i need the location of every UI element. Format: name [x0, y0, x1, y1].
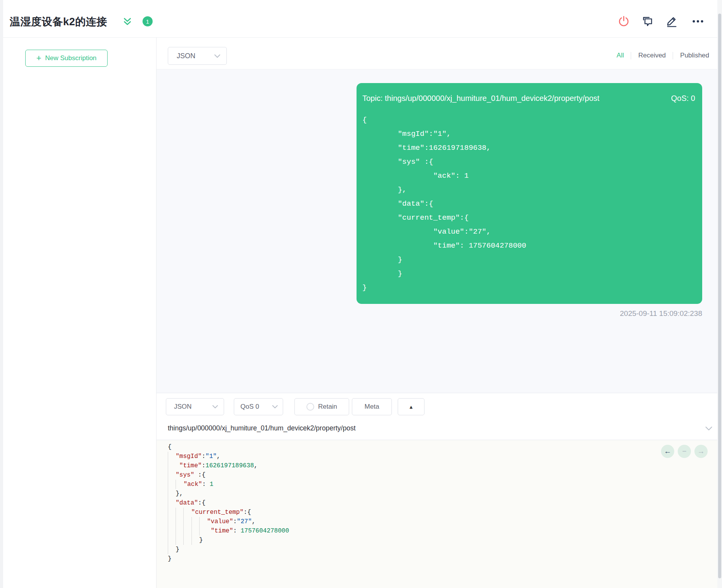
code-token: "msgId"	[176, 453, 202, 460]
indent-guide	[191, 536, 199, 545]
code-token: ,	[217, 453, 221, 460]
editor-line: "sys" :{	[168, 470, 289, 480]
indent-guide	[168, 508, 176, 517]
message-meta-row: Topic: things/up/000000/xj_humiture_01/h…	[362, 93, 695, 104]
indent-guide	[168, 526, 176, 536]
editor-line: }	[168, 554, 289, 564]
editor-code: { "msgId":"1", "time":1626197189638, "sy…	[168, 442, 289, 564]
indent-guide	[183, 536, 191, 545]
code-token: "data"	[176, 500, 198, 506]
code-token: :{	[198, 500, 205, 506]
indent-guide	[176, 517, 183, 526]
filter-tab-received[interactable]: Received	[638, 52, 666, 59]
scrollbar-thumb[interactable]	[718, 14, 721, 578]
main-panel: JSON AllReceivedPublished Topic: things/…	[157, 38, 722, 588]
indent-guide	[168, 498, 176, 508]
meta-label: Meta	[365, 403, 379, 411]
more-options-icon[interactable]	[691, 15, 705, 28]
new-subscription-button[interactable]: + New Subscription	[25, 50, 108, 67]
filter-tab-all[interactable]: All	[617, 52, 624, 59]
indent-guide	[168, 489, 176, 498]
chevron-down-icon	[212, 405, 218, 408]
connection-title: 温湿度设备k2的连接	[10, 15, 107, 29]
indent-guide	[176, 526, 183, 536]
chevron-down-icon	[214, 54, 220, 58]
publish-qos-select[interactable]: QoS 0	[234, 398, 283, 415]
code-token: 1	[210, 481, 214, 488]
message-list[interactable]: Topic: things/up/000000/xj_humiture_01/h…	[157, 69, 722, 393]
indent-guide	[176, 536, 183, 545]
retain-toggle[interactable]: Retain	[294, 398, 349, 415]
code-token: "time"	[211, 527, 233, 534]
indent-guide	[199, 517, 207, 526]
editor-line: "ack": 1	[168, 480, 289, 489]
code-token: "value"	[207, 518, 233, 525]
indent-guide	[183, 526, 191, 536]
code-token: ,	[254, 462, 258, 469]
code-token: }	[199, 537, 203, 544]
messages-icon[interactable]	[641, 15, 654, 28]
editor-line: },	[168, 489, 289, 498]
edit-pencil-icon[interactable]	[665, 15, 678, 28]
message-payload: { "msgId":"1", "time":1626197189638, "sy…	[362, 113, 695, 295]
code-token: :	[202, 462, 205, 469]
filter-divider	[631, 52, 631, 59]
editor-history-controls: ← − →	[661, 445, 708, 458]
publish-panel: JSON QoS 0 Retain Meta ▲ things/up/00000…	[157, 393, 722, 588]
indent-guide	[191, 526, 199, 536]
indent-guide	[168, 452, 176, 461]
indent-guide	[183, 517, 191, 526]
editor-line: "time": 1757604278000	[168, 526, 289, 536]
indent-guide	[168, 480, 176, 489]
code-token: :	[202, 481, 209, 488]
editor-line: {	[168, 442, 289, 452]
editor-line: "time":1626197189638,	[168, 461, 289, 470]
indent-guide	[183, 508, 191, 517]
retain-radio-icon	[306, 403, 314, 411]
triangle-up-icon: ▲	[409, 404, 414, 410]
clear-history-button[interactable]: −	[678, 445, 691, 458]
code-token: :	[233, 518, 237, 525]
code-token: "ack"	[183, 481, 202, 488]
disconnect-power-icon[interactable]	[617, 15, 630, 28]
editor-line: "value":"27",	[168, 517, 289, 526]
new-subscription-label: New Subscription	[45, 54, 96, 62]
publish-format-select[interactable]: JSON	[166, 398, 224, 415]
code-token: 1757604278000	[240, 527, 289, 534]
payload-editor[interactable]: { "msgId":"1", "time":1626197189638, "sy…	[157, 440, 722, 588]
collapse-panel-button[interactable]: ▲	[398, 398, 425, 415]
message-toolbar: JSON AllReceivedPublished	[157, 38, 722, 69]
editor-line: "data":{	[168, 498, 289, 508]
chevron-down-icon	[705, 427, 712, 430]
published-message-bubble: Topic: things/up/000000/xj_humiture_01/h…	[357, 83, 702, 304]
code-token: "27"	[237, 518, 252, 525]
redo-button[interactable]: →	[694, 445, 708, 458]
code-token: "sys"	[176, 472, 194, 479]
code-token: }	[176, 546, 179, 553]
code-token: :	[233, 527, 240, 534]
publish-topic-input[interactable]: things/up/000000/xj_humiture_01/hum_devi…	[157, 420, 722, 440]
indent-guide	[168, 536, 176, 545]
filter-tab-published[interactable]: Published	[680, 52, 709, 59]
indent-guide	[168, 517, 176, 526]
code-token: :{	[194, 472, 205, 479]
message-timestamp: 2025-09-11 15:09:02:238	[620, 309, 702, 318]
indent-guide	[168, 545, 176, 554]
meta-button[interactable]: Meta	[352, 398, 392, 415]
message-qos: QoS: 0	[671, 93, 695, 104]
chevron-down-icon	[272, 405, 278, 408]
indent-guide	[168, 461, 176, 470]
payload-format-select[interactable]: JSON	[168, 47, 227, 65]
payload-format-value: JSON	[177, 52, 195, 60]
editor-line: }	[168, 545, 289, 554]
code-token: 1626197189638	[205, 462, 254, 469]
code-token: ,	[252, 518, 256, 525]
editor-line: }	[168, 536, 289, 545]
filter-divider	[673, 52, 673, 59]
code-token: "current_temp"	[191, 509, 244, 516]
code-token: }	[168, 555, 172, 562]
indent-guide	[199, 526, 207, 536]
chevron-double-down-icon[interactable]	[122, 17, 132, 27]
undo-button[interactable]: ←	[661, 445, 674, 458]
code-token: "1"	[205, 453, 217, 460]
